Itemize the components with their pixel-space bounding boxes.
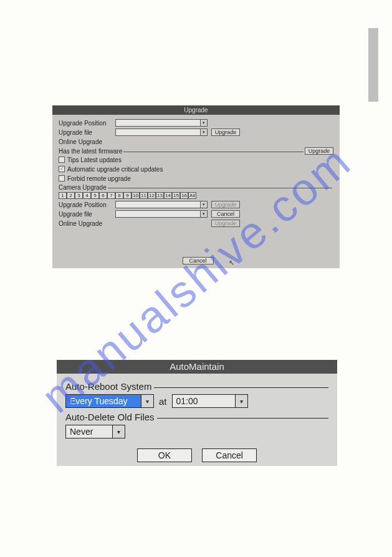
channel-button-4[interactable]: 4 [83, 192, 91, 199]
channel-button-1[interactable]: 1 [59, 192, 67, 199]
auto-critical-checkbox[interactable] [59, 166, 65, 172]
camera-upgrade-file-select[interactable] [115, 210, 208, 218]
at-label: at [159, 396, 167, 407]
chevron-down-icon[interactable] [141, 395, 153, 407]
scrollbar-thumb[interactable] [368, 28, 378, 102]
channel-button-3[interactable]: 3 [75, 192, 83, 199]
chevron-down-icon[interactable] [200, 211, 207, 217]
camera-upgrade-position-select[interactable] [115, 201, 208, 208]
reboot-time-select[interactable]: 01:00 [172, 394, 248, 408]
channel-button-9[interactable]: 9 [123, 192, 131, 199]
channel-button-2[interactable]: 2 [67, 192, 75, 199]
upgrade-position-label: Upgrade Position [59, 120, 115, 127]
chevron-down-icon[interactable] [200, 120, 207, 126]
tips-checkbox-label: Tips Latest updates [67, 157, 122, 163]
forbid-remote-checkbox-label: Forbid remote upgrade [67, 175, 131, 182]
reboot-time-value: 01:00 [173, 395, 235, 407]
channel-button-16[interactable]: 16 [180, 192, 188, 199]
ok-button[interactable]: OK [137, 448, 192, 462]
delete-files-select[interactable]: Never [65, 425, 125, 438]
channel-button-5[interactable]: 5 [91, 192, 99, 199]
camera-online-upgrade-label: Online Upgrade [59, 220, 115, 227]
camera-online-upgrade-button: Upgrade [211, 220, 240, 227]
camera-upgrade-position-label: Upgrade Position [59, 201, 115, 208]
dialog-cancel-button[interactable]: Cancel [183, 257, 214, 264]
chevron-down-icon[interactable] [235, 395, 247, 407]
channel-button-12[interactable]: 12 [148, 192, 156, 199]
channel-button-13[interactable]: 13 [156, 192, 164, 199]
channel-button-all[interactable]: All [188, 192, 196, 199]
auto-reboot-section-label: Auto-Reboot System [65, 381, 151, 392]
channel-button-7[interactable]: 7 [107, 192, 115, 199]
camera-section-label: Camera Upgrade [59, 184, 107, 191]
divider [108, 185, 332, 188]
online-upgrade-label: Online Upgrade [59, 138, 115, 145]
upgrade-dialog-title: Upgrade [52, 105, 340, 115]
upgrade-file-label: Upgrade file [59, 129, 115, 136]
upgrade-position-select[interactable] [115, 119, 208, 127]
delete-files-value: Never [66, 425, 112, 438]
cancel-button[interactable]: Cancel [202, 448, 257, 462]
firmware-upgrade-button[interactable]: Upgrade [305, 147, 333, 155]
camera-upgrade-button: Upgrade [211, 201, 240, 208]
camera-upgrade-file-label: Upgrade file [59, 211, 115, 218]
channel-button-15[interactable]: 15 [172, 192, 180, 199]
divider [123, 148, 304, 152]
automaintain-dialog: AutoMaintain Auto-Reboot System Every Tu… [57, 360, 337, 466]
cursor-icon: ↖ [229, 259, 234, 267]
channel-button-6[interactable]: 6 [99, 192, 107, 199]
upgrade-file-select[interactable] [115, 128, 208, 136]
divider [154, 382, 328, 388]
auto-delete-section-label: Auto-Delete Old Files [65, 412, 155, 422]
upgrade-button[interactable]: Upgrade [211, 128, 240, 136]
channel-row: 12345678910111213141516All [59, 192, 333, 199]
reboot-day-select[interactable]: Every Tuesday [65, 394, 154, 408]
channel-button-11[interactable]: 11 [140, 192, 148, 199]
tips-checkbox[interactable] [59, 157, 65, 163]
auto-critical-checkbox-label: Automatic upgrade critical updates [67, 166, 163, 173]
automaintain-title: AutoMaintain [57, 360, 337, 374]
chevron-down-icon[interactable] [112, 425, 125, 438]
forbid-remote-checkbox[interactable] [59, 175, 65, 182]
camera-cancel-button[interactable]: Cancel [211, 210, 240, 218]
reboot-day-value: Every Tuesday [66, 395, 141, 407]
channel-button-10[interactable]: 10 [131, 192, 140, 199]
upgrade-dialog: Upgrade Upgrade Position Upgrade file Up… [52, 105, 340, 268]
channel-button-8[interactable]: 8 [115, 192, 123, 199]
chevron-down-icon[interactable] [200, 201, 207, 208]
chevron-down-icon[interactable] [200, 129, 207, 135]
channel-button-14[interactable]: 14 [164, 192, 172, 199]
firmware-section-label: Has the latest firmware [59, 148, 122, 155]
divider [157, 413, 328, 419]
